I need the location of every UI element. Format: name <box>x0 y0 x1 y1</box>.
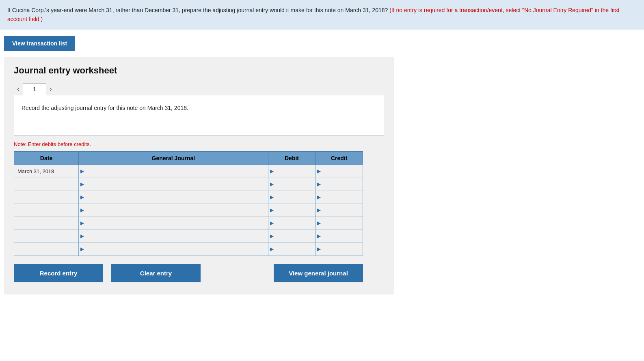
worksheet-title: Journal entry worksheet <box>14 65 384 76</box>
table-row: ▶▶▶ <box>14 243 363 256</box>
date-cell-3 <box>14 204 79 217</box>
debit-cell-5[interactable]: ▶ <box>268 230 316 243</box>
debit-arrow-icon-0: ▶ <box>268 168 275 174</box>
view-transaction-list-button[interactable]: View transaction list <box>4 36 75 51</box>
instruction-box: Record the adjusting journal entry for t… <box>14 95 384 135</box>
journal-cell-3[interactable]: ▶ <box>79 204 268 217</box>
credit-input-6[interactable] <box>322 243 363 256</box>
credit-arrow-icon-2: ▶ <box>316 194 322 200</box>
credit-arrow-icon-4: ▶ <box>316 220 322 226</box>
journal-input-0[interactable] <box>86 165 268 178</box>
debit-arrow-icon-2: ▶ <box>268 194 275 200</box>
col-header-journal: General Journal <box>79 151 268 165</box>
credit-input-4[interactable] <box>322 217 363 230</box>
journal-cell-5[interactable]: ▶ <box>79 230 268 243</box>
credit-arrow-icon-3: ▶ <box>316 207 322 213</box>
col-header-debit: Debit <box>268 151 316 165</box>
credit-input-5[interactable] <box>322 230 363 243</box>
button-row: Record entry Clear entry View general jo… <box>14 264 363 282</box>
credit-cell-5[interactable]: ▶ <box>316 230 363 243</box>
credit-cell-2[interactable]: ▶ <box>316 191 363 204</box>
credit-cell-6[interactable]: ▶ <box>316 243 363 256</box>
credit-input-2[interactable] <box>322 191 363 204</box>
tab-1[interactable]: 1 <box>23 83 46 95</box>
credit-arrow-icon-0: ▶ <box>316 168 322 174</box>
date-cell-1 <box>14 178 79 191</box>
date-cell-5 <box>14 230 79 243</box>
credit-input-1[interactable] <box>322 178 363 191</box>
journal-arrow-icon-6: ▶ <box>79 246 86 252</box>
credit-arrow-icon-1: ▶ <box>316 181 322 187</box>
journal-arrow-icon-4: ▶ <box>79 220 86 226</box>
journal-input-1[interactable] <box>86 178 268 191</box>
debit-cell-2[interactable]: ▶ <box>268 191 316 204</box>
debit-input-5[interactable] <box>275 230 316 243</box>
date-cell-0: March 31, 2018 <box>14 165 79 178</box>
clear-entry-button[interactable]: Clear entry <box>111 264 201 282</box>
credit-arrow-icon-6: ▶ <box>316 246 322 252</box>
credit-cell-3[interactable]: ▶ <box>316 204 363 217</box>
credit-input-3[interactable] <box>322 204 363 217</box>
instruction-text: Record the adjusting journal entry for t… <box>22 105 188 111</box>
credit-input-0[interactable] <box>322 165 363 178</box>
worksheet-container: Journal entry worksheet ‹ 1 › Record the… <box>4 57 394 294</box>
journal-input-4[interactable] <box>86 217 268 230</box>
table-row: ▶▶▶ <box>14 217 363 230</box>
journal-input-2[interactable] <box>86 191 268 204</box>
view-general-journal-button[interactable]: View general journal <box>274 264 363 282</box>
journal-arrow-icon-1: ▶ <box>79 181 86 187</box>
journal-cell-0[interactable]: ▶ <box>79 165 268 178</box>
prev-tab-button[interactable]: ‹ <box>14 83 23 95</box>
col-header-date: Date <box>14 151 79 165</box>
debit-input-0[interactable] <box>275 165 316 178</box>
journal-cell-4[interactable]: ▶ <box>79 217 268 230</box>
journal-input-6[interactable] <box>86 243 268 256</box>
table-row: March 31, 2018▶▶▶ <box>14 165 363 178</box>
debit-input-1[interactable] <box>275 178 316 191</box>
journal-cell-6[interactable]: ▶ <box>79 243 268 256</box>
journal-table: Date General Journal Debit Credit March … <box>14 151 363 256</box>
date-cell-6 <box>14 243 79 256</box>
debit-arrow-icon-1: ▶ <box>268 181 275 187</box>
col-header-credit: Credit <box>316 151 363 165</box>
debit-arrow-icon-3: ▶ <box>268 207 275 213</box>
journal-cell-2[interactable]: ▶ <box>79 191 268 204</box>
journal-input-3[interactable] <box>86 204 268 217</box>
table-row: ▶▶▶ <box>14 191 363 204</box>
credit-cell-4[interactable]: ▶ <box>316 217 363 230</box>
table-row: ▶▶▶ <box>14 204 363 217</box>
journal-cell-1[interactable]: ▶ <box>79 178 268 191</box>
table-row: ▶▶▶ <box>14 178 363 191</box>
debit-credit-note: Note: Enter debits before credits. <box>14 141 384 147</box>
record-entry-button[interactable]: Record entry <box>14 264 103 282</box>
debit-input-4[interactable] <box>275 217 316 230</box>
credit-cell-0[interactable]: ▶ <box>316 165 363 178</box>
debit-arrow-icon-6: ▶ <box>268 246 275 252</box>
debit-arrow-icon-4: ▶ <box>268 220 275 226</box>
debit-arrow-icon-5: ▶ <box>268 233 275 239</box>
date-cell-4 <box>14 217 79 230</box>
journal-arrow-icon-3: ▶ <box>79 207 86 213</box>
journal-arrow-icon-5: ▶ <box>79 233 86 239</box>
question-main-text: If Cucina Corp.'s year-end were March 31… <box>7 7 388 13</box>
debit-cell-0[interactable]: ▶ <box>268 165 316 178</box>
journal-arrow-icon-2: ▶ <box>79 194 86 200</box>
credit-cell-1[interactable]: ▶ <box>316 178 363 191</box>
question-box: If Cucina Corp.'s year-end were March 31… <box>0 0 644 30</box>
debit-cell-1[interactable]: ▶ <box>268 178 316 191</box>
debit-cell-4[interactable]: ▶ <box>268 217 316 230</box>
debit-cell-3[interactable]: ▶ <box>268 204 316 217</box>
debit-input-3[interactable] <box>275 204 316 217</box>
journal-input-5[interactable] <box>86 230 268 243</box>
debit-cell-6[interactable]: ▶ <box>268 243 316 256</box>
credit-arrow-icon-5: ▶ <box>316 233 322 239</box>
table-row: ▶▶▶ <box>14 230 363 243</box>
next-tab-button[interactable]: › <box>46 83 55 95</box>
debit-input-2[interactable] <box>275 191 316 204</box>
date-cell-2 <box>14 191 79 204</box>
journal-arrow-icon-0: ▶ <box>79 168 86 174</box>
tab-navigation: ‹ 1 › <box>14 83 384 95</box>
debit-input-6[interactable] <box>275 243 316 256</box>
